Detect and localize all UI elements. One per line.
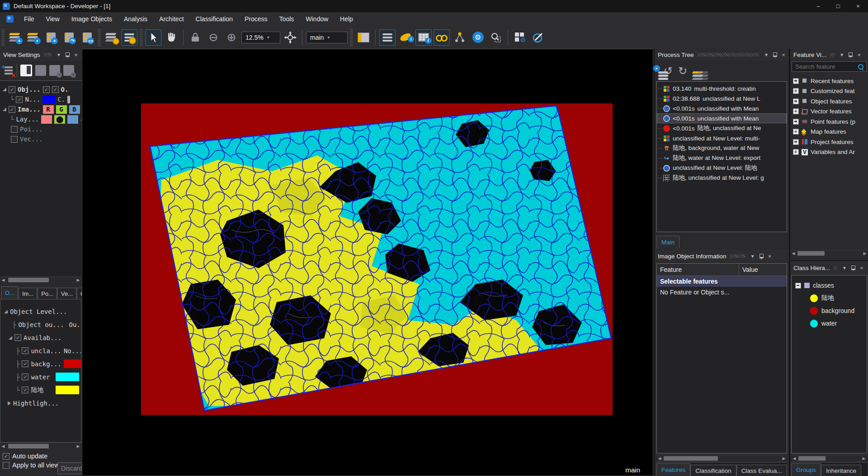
checkbox-unchecked[interactable]: ✓ xyxy=(3,462,9,469)
expand-icon[interactable] xyxy=(793,139,799,145)
tree-row-outlines[interactable]: └ ✓ N... C. xyxy=(0,94,81,104)
feature-group-vector[interactable]: Vector features xyxy=(790,107,868,117)
checkbox-checked[interactable]: ✓ xyxy=(9,86,15,93)
process-item[interactable]: ⇈陆地, background, water at New xyxy=(657,143,787,153)
layer-blue-cell[interactable] xyxy=(67,115,78,124)
menu-process[interactable]: Process xyxy=(239,12,274,26)
tree-row-layer[interactable]: └ Lay... ⬤ au xyxy=(0,114,81,124)
panel-close-button[interactable]: × xyxy=(858,265,865,271)
menu-architect[interactable]: Architect xyxy=(153,12,189,26)
new-workspace-button[interactable]: + xyxy=(43,29,59,46)
panel-close-button[interactable]: × xyxy=(72,51,80,58)
checkbox-checked[interactable]: ✓ xyxy=(9,106,15,113)
pan-hand-button[interactable] xyxy=(163,29,179,46)
select-cursor-button[interactable] xyxy=(145,29,161,46)
menu-image-objects[interactable]: Image Objects xyxy=(66,12,118,26)
scroll-right-icon[interactable]: ▶ xyxy=(781,456,787,461)
column-feature[interactable]: Feature xyxy=(657,264,739,275)
tree-row-vectors[interactable]: ✓ Vec... xyxy=(0,134,81,144)
search-input[interactable] xyxy=(794,63,858,70)
green-channel-cell[interactable]: G xyxy=(56,105,67,114)
class-row-water[interactable]: water xyxy=(792,317,867,330)
column-value[interactable]: Value xyxy=(739,264,787,275)
workspace-grid-button[interactable]: ⚙ xyxy=(512,29,528,46)
table-row-selectable-features[interactable]: Selectable features xyxy=(657,276,787,287)
checkbox-checked[interactable]: ✓ xyxy=(52,86,59,93)
horizontal-scrollbar[interactable]: ◀ ▶ xyxy=(656,455,787,462)
feature-group-object[interactable]: Object features xyxy=(790,96,868,107)
class-color-swatch[interactable] xyxy=(56,373,79,381)
feature-view-table-button[interactable]: i xyxy=(415,29,432,46)
process-item[interactable]: unclassified at New Level: 陆地 xyxy=(657,163,787,173)
pin-icon[interactable] xyxy=(851,265,855,271)
find-region-button[interactable] xyxy=(488,29,504,46)
red-channel-cell[interactable]: R xyxy=(43,105,54,114)
feature-group-customized[interactable]: Customized feat xyxy=(790,86,868,97)
scroll-left-icon[interactable]: ◀ xyxy=(791,456,797,461)
feature-group-recent[interactable]: Recent features xyxy=(790,76,868,86)
expand-icon[interactable] xyxy=(793,129,799,135)
checkbox-checked[interactable]: ✓ xyxy=(43,86,50,93)
layer-view-button[interactable] xyxy=(20,65,32,76)
zoom-level-select[interactable]: 12.5% ▾ xyxy=(241,32,280,43)
expander-open-icon[interactable] xyxy=(3,107,6,111)
class-row-land[interactable]: 陆地 xyxy=(792,292,867,304)
zoom-in-button[interactable]: ⊕ xyxy=(223,29,240,46)
horizontal-scrollbar[interactable]: ◀ ▶ xyxy=(790,250,868,257)
tree-row-object-level[interactable]: Object Level... xyxy=(0,305,81,318)
save-project-button[interactable]: ▪ xyxy=(25,29,41,46)
expand-icon[interactable] xyxy=(793,78,799,84)
class-color-swatch[interactable] xyxy=(56,386,79,394)
expander-open-icon[interactable] xyxy=(4,310,8,313)
toolbar-drag-handle[interactable] xyxy=(140,29,143,46)
tree-row-background[interactable]: ├ ✓ backg... xyxy=(0,357,81,370)
scroll-left-icon[interactable]: ◀ xyxy=(790,251,797,256)
expander-open-icon[interactable] xyxy=(9,336,12,340)
redo-button[interactable]: ↻ xyxy=(678,65,687,76)
expander-closed-icon[interactable] xyxy=(8,401,11,406)
tree-row-highlight[interactable]: Hightligh... xyxy=(0,397,81,410)
import-scene-button[interactable]: ↷ xyxy=(61,29,77,46)
samples-view-button[interactable]: + xyxy=(63,65,74,76)
panel-drag-handle[interactable] xyxy=(834,266,837,270)
ruleset-editor-button[interactable] xyxy=(530,29,546,46)
expand-icon[interactable] xyxy=(793,98,799,104)
expand-icon[interactable] xyxy=(793,119,799,125)
pin-icon[interactable] xyxy=(773,52,777,58)
map-view-canvas[interactable]: main xyxy=(82,49,653,476)
process-item[interactable]: <0.001sunclassified with Mean xyxy=(657,103,787,113)
scroll-right-icon[interactable]: ▶ xyxy=(75,444,81,448)
feature-search-box[interactable] xyxy=(792,61,867,72)
scroll-left-icon[interactable]: ◀ xyxy=(0,278,6,282)
image-object-info-button[interactable]: i xyxy=(397,29,414,46)
feature-group-point[interactable]: Point features (p xyxy=(790,117,868,127)
transparency-slider-icon[interactable] xyxy=(67,96,70,103)
tree-row-objects[interactable]: ✓ Obj... ✓ ✓ O. xyxy=(0,84,81,94)
settings-gear-button[interactable]: ⚙ xyxy=(470,29,486,46)
horizontal-scrollbar[interactable]: ◀ ▶ xyxy=(0,276,81,283)
scroll-right-icon[interactable]: ▶ xyxy=(861,456,867,461)
toolbar-drag-handle[interactable] xyxy=(350,29,353,46)
undo-button[interactable]: ↺ xyxy=(664,65,673,76)
checkbox-checked[interactable]: ✓ xyxy=(22,360,28,367)
edit-levels-button[interactable]: +× xyxy=(3,65,14,76)
feature-group-map[interactable]: Map features xyxy=(790,127,868,137)
close-button[interactable]: × xyxy=(848,0,868,12)
pin-icon[interactable] xyxy=(848,52,853,58)
tab-image-layers[interactable]: Im... xyxy=(19,288,37,299)
tab-inheritance[interactable]: Inheritance xyxy=(821,465,861,476)
menu-file[interactable]: File xyxy=(18,12,40,26)
checkbox-checked[interactable]: ✓ xyxy=(22,387,28,393)
layer-red-cell[interactable] xyxy=(41,115,52,124)
tree-row-unclassified[interactable]: ├ ✓ uncla... No... xyxy=(0,344,81,357)
panel-drag-handle[interactable] xyxy=(698,53,759,56)
open-workspace-button[interactable]: ▭ xyxy=(79,29,95,46)
auto-update-checkbox[interactable]: ✓ Auto update xyxy=(0,451,81,460)
process-item[interactable]: ↪陆地, water at New Level: export xyxy=(657,153,787,163)
view-settings-toggle-button[interactable] xyxy=(379,29,396,46)
tree-row-water[interactable]: ├ ✓ water xyxy=(0,370,81,383)
horizontal-scrollbar[interactable]: ◀ ▶ xyxy=(791,455,867,462)
panel-menu-button[interactable]: ▼ xyxy=(841,266,848,271)
panel-menu-button[interactable]: ▼ xyxy=(749,254,756,259)
feature-group-project[interactable]: Project features xyxy=(790,137,868,147)
